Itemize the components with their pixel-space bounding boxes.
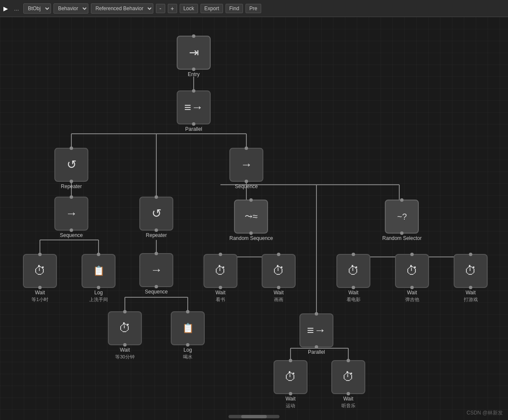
repeater2-label: Repeater [146, 232, 167, 238]
wait-read-box[interactable]: ⏱ [203, 254, 237, 288]
random-selector-icon: ~? [397, 212, 407, 221]
parallel1-node[interactable]: ≡→ Parallel [177, 90, 211, 132]
horizontal-scrollbar[interactable] [229, 415, 279, 418]
wait-1h-box[interactable]: ⏱ [23, 254, 57, 288]
log-wash-label: Log [94, 290, 103, 296]
log-drink-icon: 📋 [182, 324, 194, 333]
toolbar: ▶ ... BtObj Behavior Referenced Behavior… [0, 0, 508, 17]
export-button[interactable]: Export [200, 4, 223, 13]
wait-guitar-label: Wait [407, 290, 417, 296]
wait-game-label: Wait [466, 290, 476, 296]
wait-paint-box[interactable]: ⏱ [262, 254, 296, 288]
canvas: ⇥ Entry ≡→ Parallel ↺ Repeater → Sequenc… [0, 17, 508, 420]
parallel2-box[interactable]: ≡→ [299, 313, 333, 347]
sequence1-node[interactable]: → Sequence [54, 197, 88, 238]
wait-guitar-node[interactable]: ⏱ Wait 弹吉他 [395, 254, 429, 303]
entry-box[interactable]: ⇥ [177, 36, 211, 70]
log-wash-box[interactable]: 📋 [82, 254, 116, 288]
sequence3-label: Sequence [145, 289, 168, 295]
dots-menu[interactable]: ... [14, 5, 19, 12]
wait-30min-label: Wait [120, 347, 130, 353]
wait-music-label: Wait [343, 396, 353, 402]
wait-sport-icon: ⏱ [285, 371, 296, 383]
wait-music-box[interactable]: ⏱ [331, 360, 365, 394]
parallel1-label: Parallel [185, 126, 202, 132]
parallel1-box[interactable]: ≡→ [177, 90, 211, 124]
sequence2-node[interactable]: → Sequence [229, 148, 263, 189]
parallel2-label: Parallel [308, 349, 325, 355]
scrollbar-thumb[interactable] [241, 415, 267, 418]
log-wash-node[interactable]: 📋 Log 上洗手间 [82, 254, 116, 303]
wait-movie-node[interactable]: ⏱ Wait 看电影 [336, 254, 370, 303]
random-sequence-label: Random Sequence [229, 235, 273, 241]
wait-30min-box[interactable]: ⏱ [108, 311, 142, 345]
pre-button[interactable]: Pre [246, 4, 261, 13]
wait-game-icon: ⏱ [465, 265, 477, 277]
wait-30min-node[interactable]: ⏱ Wait 等30分钟 [108, 311, 142, 360]
repeater1-label: Repeater [61, 183, 82, 189]
wait-30min-sublabel: 等30分钟 [115, 354, 134, 360]
sequence1-icon: → [65, 208, 77, 220]
random-sequence-box[interactable]: ⤳≈ [234, 200, 268, 234]
lock-button[interactable]: Lock [180, 4, 198, 13]
wait-read-icon: ⏱ [214, 265, 226, 277]
minus-button[interactable]: - [156, 4, 165, 13]
wait-paint-icon: ⏱ [273, 265, 285, 277]
wait-music-icon: ⏱ [342, 371, 354, 383]
wait-sport-box[interactable]: ⏱ [274, 360, 308, 394]
watermark: CSDN @林新发 [466, 409, 503, 417]
sequence3-node[interactable]: → Sequence [139, 253, 173, 295]
repeater1-node[interactable]: ↺ Repeater [54, 148, 88, 189]
play-button[interactable]: ▶ [3, 5, 8, 12]
repeater2-icon: ↺ [152, 208, 161, 220]
wait-read-node[interactable]: ⏱ Wait 看书 [203, 254, 237, 303]
parallel2-node[interactable]: ≡→ Parallel [299, 313, 333, 355]
wait-paint-sublabel: 画画 [274, 296, 283, 303]
repeater1-box[interactable]: ↺ [54, 148, 88, 182]
wait-paint-label: Wait [274, 290, 284, 296]
random-selector-node[interactable]: ~? Random Selector [382, 200, 422, 241]
btobj-select[interactable]: BtObj [23, 3, 51, 14]
random-sequence-icon: ⤳≈ [245, 212, 257, 221]
wait-movie-icon: ⏱ [347, 265, 359, 277]
repeater2-box[interactable]: ↺ [139, 197, 173, 231]
log-drink-box[interactable]: 📋 [171, 311, 205, 345]
wait-sport-node[interactable]: ⏱ Wait 运动 [274, 360, 308, 409]
entry-label: Entry [188, 71, 200, 77]
random-selector-label: Random Selector [382, 235, 422, 241]
sequence3-icon: → [150, 264, 162, 276]
wait-music-node[interactable]: ⏱ Wait 听音乐 [331, 360, 365, 409]
sequence3-box[interactable]: → [139, 253, 173, 287]
log-wash-sublabel: 上洗手间 [89, 296, 108, 303]
random-sequence-node[interactable]: ⤳≈ Random Sequence [229, 200, 273, 241]
behavior-select[interactable]: Behavior [54, 3, 88, 14]
log-wash-icon: 📋 [93, 266, 104, 276]
parallel1-icon: ≡→ [184, 101, 203, 113]
find-button[interactable]: Find [226, 4, 243, 13]
wait-movie-sublabel: 看电影 [347, 296, 361, 303]
sequence2-icon: → [240, 159, 252, 171]
wait-sport-label: Wait [285, 396, 296, 402]
wait-sport-sublabel: 运动 [286, 403, 295, 409]
entry-node[interactable]: ⇥ Entry [177, 36, 211, 77]
plus-button[interactable]: + [168, 4, 177, 13]
sequence2-box[interactable]: → [229, 148, 263, 182]
wait-game-node[interactable]: ⏱ Wait 打游戏 [454, 254, 488, 303]
log-drink-node[interactable]: 📋 Log 喝水 [171, 311, 205, 360]
wait-1h-label: Wait [35, 290, 45, 296]
log-drink-sublabel: 喝水 [183, 354, 192, 360]
sequence1-label: Sequence [60, 232, 83, 238]
wait-guitar-sublabel: 弹吉他 [405, 296, 419, 303]
wait-1h-node[interactable]: ⏱ Wait 等1小时 [23, 254, 57, 303]
log-drink-label: Log [183, 347, 192, 353]
sequence1-box[interactable]: → [54, 197, 88, 231]
wait-paint-node[interactable]: ⏱ Wait 画画 [262, 254, 296, 303]
wait-movie-label: Wait [348, 290, 358, 296]
repeater2-node[interactable]: ↺ Repeater [139, 197, 173, 238]
wait-movie-box[interactable]: ⏱ [336, 254, 370, 288]
wait-guitar-box[interactable]: ⏱ [395, 254, 429, 288]
sequence2-label: Sequence [235, 183, 258, 189]
random-selector-box[interactable]: ~? [385, 200, 419, 234]
wait-game-box[interactable]: ⏱ [454, 254, 488, 288]
ref-behavior-select[interactable]: Referenced Behavior [91, 3, 153, 14]
